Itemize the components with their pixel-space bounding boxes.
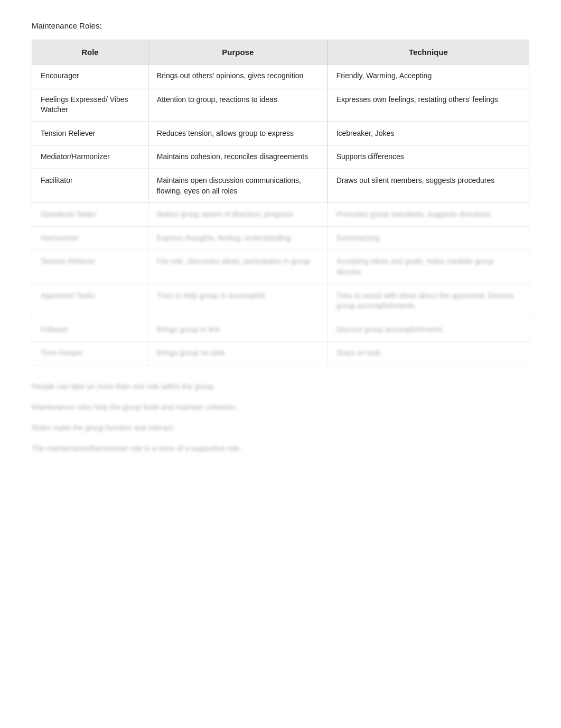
table-cell-technique: Promotes group standards, suggests direc… [328,203,529,227]
table-cell-role: Standards Setter [32,203,148,227]
table-cell-role: Harmonizer [32,226,148,250]
table-cell-technique: Supports differences [328,145,529,169]
footer-note: The maintenance/harmonizer role is a mor… [32,443,529,454]
table-cell-technique: Accepting ideas and goals, helps mediate… [328,250,529,284]
table-cell-role: Mediator/Harmonizer [32,145,148,169]
footer-note: Roles make the group function and intera… [32,422,529,434]
table-cell-purpose: Fits role, discusses ideas, participates… [148,250,328,284]
col-header-purpose: Purpose [148,40,328,64]
table-cell-purpose: Makes group aware of direction, progress [148,203,328,227]
table-cell-purpose: Maintains cohesion, reconciles disagreem… [148,145,328,169]
table-cell-role: Time Keeper [32,342,148,365]
table-cell-role: Tension Reliever [32,122,148,145]
maintenance-roles-table: Role Purpose Technique EncouragerBrings … [32,40,529,365]
table-cell-technique: Tries to assist with ideas about the app… [328,284,529,318]
table-cell-technique: Discuss group accomplishments. [328,318,529,342]
table-cell-technique: Summarizing [328,226,529,250]
table-cell-purpose: Tries to help group to accomplish [148,284,328,318]
footer-note: Maintenance roles help the group build a… [32,402,529,413]
table-cell-role: Feelings Expressed/ Vibes Watcher [32,88,148,122]
table-cell-role: Facilitator [32,169,148,202]
table-cell-purpose: Brings group on task [148,342,328,365]
footer-note: People can take on more than one role wi… [32,381,529,392]
table-cell-purpose: Attention to group, reactions to ideas [148,88,328,122]
col-header-role: Role [32,40,148,64]
table-cell-technique: Expresses own feelings, restating others… [328,88,529,122]
table-cell-purpose: Reduces tension, allows group to express [148,122,328,145]
footer-notes: People can take on more than one role wi… [32,381,529,454]
table-cell-purpose: Brings out others' opinions, gives recog… [148,64,328,88]
table-cell-role: Follower [32,318,148,342]
col-header-technique: Technique [328,40,529,64]
table-cell-purpose: Express thoughts, feeling, understanding [148,226,328,250]
table-cell-role: Encourager [32,64,148,88]
table-cell-role: Appointed Tasks [32,284,148,318]
table-cell-purpose: Maintains open discussion communications… [148,169,328,202]
table-cell-technique: Draws out silent members, suggests proce… [328,169,529,202]
table-cell-technique: Friendly, Warming, Accepting [328,64,529,88]
page-title: Maintenance Roles: [32,21,529,30]
table-cell-purpose: Brings group in line [148,318,328,342]
table-cell-technique: Stays on task [328,342,529,365]
table-cell-technique: Icebreaker, Jokes [328,122,529,145]
table-cell-role: Tension Reliever [32,250,148,284]
